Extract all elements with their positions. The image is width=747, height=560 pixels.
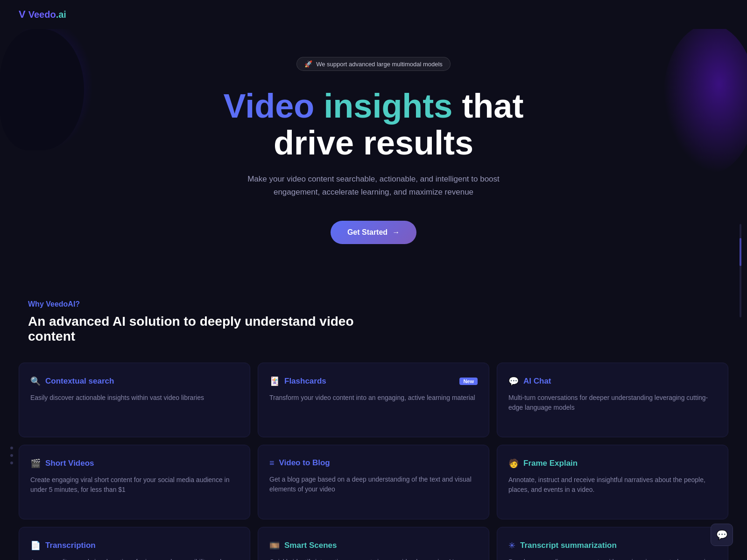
get-started-button[interactable]: Get Started → (331, 221, 416, 244)
logo-text: Veedo.ai (28, 9, 66, 20)
feature-icon-7: 🎞️ (269, 540, 280, 551)
new-badge-1: New (459, 378, 478, 385)
blob-left-dark (0, 29, 84, 150)
accent-dot-2 (10, 454, 13, 457)
feature-card-4[interactable]: ≡Video to BlogGet a blog page based on a… (258, 445, 489, 519)
section-label: Why VeedoAI? (28, 300, 728, 308)
feature-card-1[interactable]: 🃏FlashcardsNewTransform your video conte… (258, 363, 489, 437)
feature-name-4: Video to Blog (279, 458, 330, 468)
feature-name-0: Contextual search (45, 377, 114, 386)
feature-icon-1: 🃏 (269, 376, 280, 386)
accent-dot-3 (10, 462, 13, 464)
feature-card-title-2: 💬AI Chat (508, 376, 717, 386)
feature-card-6[interactable]: 📄TranscriptionAccess auditory and visual… (19, 527, 250, 560)
announcement-text: We support advanced large multimodal mod… (316, 61, 443, 68)
title-video: Video (224, 87, 315, 125)
chat-fab-button[interactable]: 💬 (711, 524, 733, 546)
accent-dot-1 (10, 447, 13, 449)
feature-icon-6: 📄 (30, 540, 41, 551)
feature-desc-5: Annotate, instruct and receive insightfu… (508, 475, 717, 495)
navbar: V Veedo.ai (0, 0, 747, 29)
feature-card-title-1: 🃏FlashcardsNew (269, 376, 478, 386)
features-section: Why VeedoAI? An advanced AI solution to … (0, 281, 747, 560)
accent-dots (10, 281, 13, 560)
feature-name-5: Frame Explain (523, 459, 578, 468)
feature-desc-4: Get a blog page based on a deep understa… (269, 475, 478, 495)
feature-card-title-5: 🧑Frame Explain (508, 458, 717, 469)
scrollbar-thumb (740, 238, 741, 266)
rocket-icon: 🚀 (304, 60, 312, 68)
feature-card-title-8: ✳Transcript summarization (508, 540, 717, 551)
feature-card-title-0: 🔍Contextual search (30, 376, 239, 386)
feature-icon-0: 🔍 (30, 376, 41, 386)
feature-card-title-3: 🎬Short Videos (30, 458, 239, 469)
hero-section: 🚀 We support advanced large multimodal m… (0, 29, 747, 281)
feature-name-1: Flashcards (284, 377, 326, 386)
feature-card-7[interactable]: 🎞️Smart ScenesQuickly identify interesti… (258, 527, 489, 560)
title-insights: insights (324, 87, 452, 125)
feature-card-0[interactable]: 🔍Contextual searchEasily discover action… (19, 363, 250, 437)
feature-icon-2: 💬 (508, 376, 519, 386)
logo[interactable]: V Veedo.ai (19, 8, 66, 21)
feature-card-title-7: 🎞️Smart Scenes (269, 540, 478, 551)
feature-desc-1: Transform your video content into an eng… (269, 393, 478, 403)
feature-icon-4: ≡ (269, 458, 275, 468)
feature-name-8: Transcript summarization (520, 541, 617, 550)
feature-icon-5: 🧑 (508, 458, 519, 469)
feature-desc-0: Easily discover actionable insights with… (30, 393, 239, 403)
feature-card-5[interactable]: 🧑Frame ExplainAnnotate, instruct and rec… (497, 445, 728, 519)
hero-subtitle: Make your video content searchable, acti… (233, 173, 514, 198)
feature-card-2[interactable]: 💬AI ChatMulti-turn conversations for dee… (497, 363, 728, 437)
feature-icon-3: 🎬 (30, 458, 41, 469)
cta-label: Get Started (347, 228, 388, 237)
feature-name-3: Short Videos (45, 459, 94, 468)
hero-title: Video insights that drive results (19, 88, 728, 161)
scrollbar-track[interactable] (740, 224, 741, 317)
feature-desc-8: Reach more audience segments with concis… (508, 557, 717, 560)
announcement-badge: 🚀 We support advanced large multimodal m… (296, 57, 451, 71)
feature-desc-6: Access auditory and visual captions for … (30, 557, 239, 560)
feature-desc-3: Create engaging viral short content for … (30, 475, 239, 495)
feature-name-7: Smart Scenes (284, 541, 337, 550)
feature-name-2: AI Chat (523, 377, 551, 386)
title-drive-results: drive results (19, 125, 728, 161)
section-heading: An advanced AI solution to deeply unders… (28, 314, 355, 344)
feature-card-3[interactable]: 🎬Short VideosCreate engaging viral short… (19, 445, 250, 519)
chat-icon: 💬 (716, 529, 728, 540)
feature-icon-8: ✳ (508, 540, 515, 551)
feature-name-6: Transcription (45, 541, 96, 550)
feature-desc-7: Quickly identify interesting segments in… (269, 557, 478, 560)
title-that: that (462, 87, 523, 125)
feature-card-title-6: 📄Transcription (30, 540, 239, 551)
cta-arrow: → (392, 228, 400, 237)
logo-v-icon: V (19, 8, 26, 21)
feature-desc-2: Multi-turn conversations for deeper unde… (508, 393, 717, 413)
feature-card-8[interactable]: ✳Transcript summarizationReach more audi… (497, 527, 728, 560)
feature-card-title-4: ≡Video to Blog (269, 458, 478, 468)
features-grid: 🔍Contextual searchEasily discover action… (19, 363, 728, 560)
